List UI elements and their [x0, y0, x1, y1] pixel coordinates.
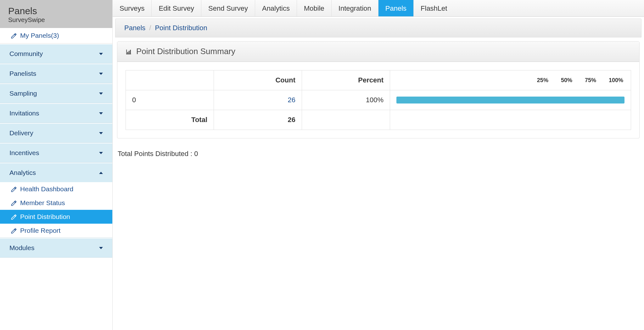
caret-down-icon	[99, 247, 103, 249]
panel-header: Point Distribution Summary	[117, 42, 639, 62]
sidebar-section-header-incentives[interactable]: Incentives	[0, 143, 112, 162]
sidebar-section-incentives: Incentives	[0, 143, 112, 163]
sidebar-item-health-dashboard[interactable]: Health Dashboard	[0, 182, 112, 196]
sidebar-section-analytics: AnalyticsHealth DashboardMember StatusPo…	[0, 163, 112, 238]
sidebar-section-label: Modules	[9, 244, 34, 252]
main: SurveysEdit SurveySend SurveyAnalyticsMo…	[113, 0, 644, 330]
row-percent: 100%	[302, 90, 390, 110]
th-bar: 25%50%75%100%	[390, 70, 631, 90]
caret-down-icon	[99, 152, 103, 154]
sidebar-header: Panels SurveySwipe	[0, 0, 112, 28]
breadcrumb: Panels / Point Distribution	[115, 19, 641, 37]
pct-tick: 25%	[537, 77, 548, 84]
sidebar-section-panelists: Panelists	[0, 64, 112, 83]
tab-analytics[interactable]: Analytics	[255, 0, 297, 16]
sidebar-section-header-sampling[interactable]: Sampling	[0, 84, 112, 103]
sidebar-item-profile-report[interactable]: Profile Report	[0, 224, 112, 238]
sidebar-item-label: Point Distribution	[20, 213, 70, 221]
tab-edit-survey[interactable]: Edit Survey	[151, 0, 201, 16]
breadcrumb-root[interactable]: Panels	[124, 24, 145, 32]
total-count: 26	[214, 110, 302, 130]
sidebar-section-delivery: Delivery	[0, 123, 112, 143]
pct-tick: 75%	[585, 77, 596, 84]
breadcrumb-current[interactable]: Point Distribution	[155, 24, 207, 32]
bar-chart-icon	[126, 48, 132, 56]
sidebar-section-header-modules[interactable]: Modules	[0, 238, 112, 257]
total-percent	[302, 110, 390, 130]
th-label	[126, 70, 214, 90]
sidebar-section-label: Sampling	[9, 90, 37, 97]
sidebar-section-header-delivery[interactable]: Delivery	[0, 124, 112, 143]
edit-icon	[11, 227, 17, 234]
sidebar-subtitle: SurveySwipe	[8, 16, 104, 24]
sidebar-my-panels-label: My Panels(3)	[20, 32, 59, 39]
tab-surveys[interactable]: Surveys	[113, 0, 151, 16]
percent-bar	[396, 97, 624, 103]
sidebar-section-label: Community	[9, 50, 43, 58]
svg-rect-4	[130, 50, 131, 54]
edit-icon	[11, 32, 17, 39]
sidebar-my-panels[interactable]: My Panels(3)	[0, 28, 112, 44]
count-link[interactable]: 26	[288, 96, 295, 104]
sidebar-section-community: Community	[0, 44, 112, 64]
sidebar-section-header-invitations[interactable]: Invitations	[0, 104, 112, 123]
distribution-table: Count Percent 25%50%75%100% 026100%Total…	[126, 70, 631, 130]
table-total-row: Total26	[126, 110, 631, 130]
sidebar-item-label: Health Dashboard	[20, 185, 73, 193]
summary-panel: Point Distribution Summary Count Percent…	[117, 41, 640, 138]
th-count: Count	[214, 70, 302, 90]
sidebar-section-label: Panelists	[9, 70, 36, 77]
svg-rect-3	[129, 51, 130, 53]
sidebar-section-header-panelists[interactable]: Panelists	[0, 64, 112, 83]
pct-tick: 50%	[561, 77, 572, 84]
caret-down-icon	[99, 112, 103, 115]
total-label: Total	[126, 110, 214, 130]
svg-rect-2	[127, 52, 128, 54]
sidebar-item-label: Profile Report	[20, 227, 60, 234]
tab-panels[interactable]: Panels	[378, 0, 413, 16]
sidebar-item-point-distribution[interactable]: Point Distribution	[0, 210, 112, 224]
total-points-note: Total Points Distributed : 0	[118, 150, 639, 158]
caret-down-icon	[99, 73, 103, 75]
panel-title: Point Distribution Summary	[136, 47, 235, 56]
sidebar: Panels SurveySwipe My Panels(3) Communit…	[0, 0, 113, 330]
sidebar-section-modules: Modules	[0, 238, 112, 258]
caret-down-icon	[99, 53, 103, 55]
svg-rect-0	[126, 49, 127, 54]
sidebar-section-label: Invitations	[9, 109, 39, 117]
tab-mobile[interactable]: Mobile	[297, 0, 331, 16]
tab-send-survey[interactable]: Send Survey	[201, 0, 255, 16]
sidebar-section-header-analytics[interactable]: Analytics	[0, 163, 112, 182]
sidebar-item-member-status[interactable]: Member Status	[0, 196, 112, 210]
table-row: 026100%	[126, 90, 631, 110]
sidebar-subitems: Health DashboardMember StatusPoint Distr…	[0, 182, 112, 238]
sidebar-title: Panels	[8, 6, 104, 16]
sidebar-section-invitations: Invitations	[0, 103, 112, 123]
svg-rect-1	[126, 54, 131, 54]
tab-integration[interactable]: Integration	[331, 0, 378, 16]
topnav: SurveysEdit SurveySend SurveyAnalyticsMo…	[113, 0, 644, 17]
sidebar-item-label: Member Status	[20, 199, 65, 207]
total-bar	[390, 110, 631, 130]
breadcrumb-separator: /	[149, 24, 151, 32]
edit-icon	[11, 185, 17, 193]
sidebar-section-label: Incentives	[9, 149, 39, 157]
pct-tick: 100%	[609, 77, 623, 84]
row-bar-cell	[390, 90, 631, 110]
tab-flashlet[interactable]: FlashLet	[413, 0, 454, 16]
caret-up-icon	[99, 172, 103, 174]
sidebar-section-sampling: Sampling	[0, 83, 112, 103]
th-percent: Percent	[302, 70, 390, 90]
caret-down-icon	[99, 92, 103, 95]
edit-icon	[11, 213, 17, 221]
row-label: 0	[126, 90, 214, 110]
sidebar-section-label: Analytics	[9, 169, 36, 176]
row-count: 26	[214, 90, 302, 110]
sidebar-section-label: Delivery	[9, 129, 33, 137]
edit-icon	[11, 199, 17, 207]
sidebar-section-header-community[interactable]: Community	[0, 44, 112, 63]
caret-down-icon	[99, 132, 103, 134]
